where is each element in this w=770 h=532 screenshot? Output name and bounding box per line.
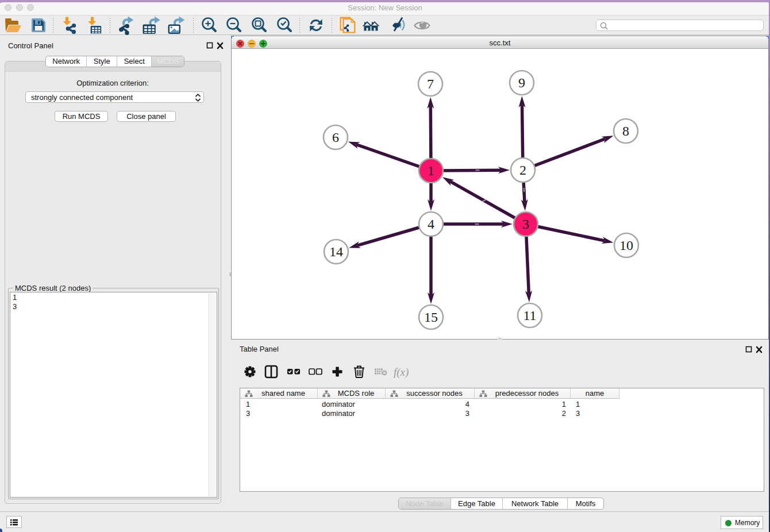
svg-text:4: 4 <box>428 217 434 232</box>
svg-text:1: 1 <box>428 163 434 178</box>
svg-text:3: 3 <box>522 217 529 232</box>
svg-text:8: 8 <box>622 124 629 138</box>
svg-text:15: 15 <box>424 310 438 325</box>
svg-text:9: 9 <box>518 75 525 90</box>
svg-text:6: 6 <box>332 130 339 145</box>
svg-text:f(x): f(x) <box>394 366 409 379</box>
svg-text:11: 11 <box>523 308 536 323</box>
svg-text:2: 2 <box>519 163 526 178</box>
svg-text:10: 10 <box>619 238 633 253</box>
svg-text:14: 14 <box>329 244 343 259</box>
svg-text:7: 7 <box>427 76 434 91</box>
